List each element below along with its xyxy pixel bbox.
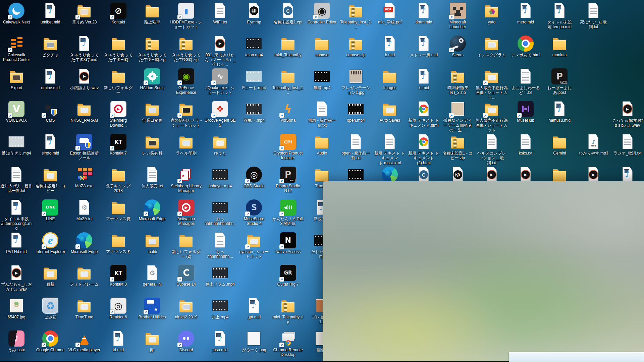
desktop-icon[interactable]: Auto Saves <box>374 101 406 123</box>
desktop-icon[interactable]: jijii <box>136 330 168 352</box>
desktop-icon[interactable]: 通知うぜえ.mp4 <box>0 134 33 156</box>
desktop-icon[interactable]: Telepathy_Inst_2... <box>340 3 372 29</box>
desktop-icon[interactable]: ohhayo-.mp4 <box>204 167 236 188</box>
desktop-icon[interactable]: ▮↗HDDFMT.exe - ショートカット <box>170 3 202 29</box>
desktop-icon[interactable]: 死にたい_ゅ歌詞.txt <box>577 3 609 29</box>
desktop-icon[interactable]: ピクチャ <box>34 36 66 57</box>
desktop-icon[interactable]: Audio <box>306 134 338 156</box>
desktop-icon[interactable]: open.mp4 <box>340 101 372 123</box>
desktop-icon[interactable]: ksks.txt <box>509 134 542 156</box>
desktop-icon[interactable]: WIFI.txt <box>204 3 236 24</box>
desktop-icon[interactable]: Images <box>374 68 406 90</box>
desktop-icon[interactable]: ◎↗Reaktor 6 <box>102 298 135 319</box>
desktop-icon[interactable]: NKSC_PARAM <box>68 101 100 123</box>
blurred-foreground-window[interactable] <box>323 181 644 362</box>
desktop-icon[interactable]: maniuta <box>543 36 576 57</box>
desktop-icon[interactable]: ★↗Brother Utilities <box>136 298 168 319</box>
desktop-icon[interactable]: C名称未設定1.cpr <box>272 3 304 24</box>
desktop-icon[interactable]: CPI↗Crypton Product Installer <box>272 134 304 160</box>
desktop-icon[interactable]: KT↗Kontakt 7 <box>102 134 135 156</box>
desktop-icon[interactable]: ▶こってゅhdすおf d s bふぉ.wav <box>611 101 644 127</box>
desktop-icon[interactable]: 路上駐車 <box>136 3 168 24</box>
desktop-icon[interactable]: ♪わかりやす.mp3 <box>577 134 609 156</box>
desktop-icon[interactable]: teion.mp4 <box>238 36 270 57</box>
desktop-icon[interactable]: 無題 - 親作品一覧.txt <box>306 101 338 127</box>
desktop-icon[interactable]: ◉↗CMS <box>34 101 66 123</box>
desktop-icon[interactable]: ゆF.ymmp <box>238 3 270 24</box>
desktop-icon[interactable]: cubase.zip <box>340 36 372 57</box>
desktop-icon[interactable]: おっ hhhhhhhhhh... <box>204 232 236 259</box>
desktop-icon[interactable]: ♻ごみ箱 <box>34 298 66 319</box>
desktop-icon[interactable]: 新規 テキスト ドキュメント.musicxml <box>374 134 406 165</box>
desktop-icon[interactable]: ↗Epson 接続診断ツール <box>68 134 100 160</box>
desktop-icon[interactable]: ▶小銭詰まり.wav <box>68 68 100 90</box>
bottom-right-window-edge[interactable] <box>509 352 644 362</box>
desktop-icon[interactable]: アナウンス夏 <box>102 199 135 221</box>
desktop-icon[interactable]: ↗無人販売不正行為画像 - ショートカッ... <box>476 68 508 100</box>
desktop-icon[interactable]: TimeTune <box>68 298 100 319</box>
desktop-icon[interactable]: S↗MuseScore Studio 4 <box>238 199 270 226</box>
desktop-icon[interactable]: アナウンス冬 <box>102 232 135 254</box>
desktop-icon[interactable]: 最新 <box>34 265 66 287</box>
desktop-icon[interactable]: ♪mero.mid <box>509 3 542 24</box>
desktop-icon[interactable]: ▶001_東北きりたん（ノーマル）_今じゃ... <box>204 36 236 67</box>
desktop-icon[interactable]: ▶↗Steinberg Downlo... <box>102 101 135 127</box>
desktop-icon[interactable]: まにまにわーるど！.txt <box>509 68 542 95</box>
desktop-icon[interactable]: フォトフレーム <box>68 265 100 287</box>
desktop-icon[interactable]: ↗Steam <box>442 36 474 57</box>
desktop-icon[interactable]: ◉↗GeForce Experience <box>170 68 202 95</box>
desktop-icon[interactable]: ▶ずんだもん_しおかぜふ.wav <box>0 265 33 291</box>
desktop-icon[interactable]: おっ hhhhhhhhhhhhh... <box>204 199 236 231</box>
desktop-icon[interactable]: ❖↗Groove Agent SE 5 <box>204 101 236 127</box>
desktop-icon[interactable]: midi_Telepathy.zip <box>272 298 304 324</box>
desktop-icon[interactable]: midi_Telepathy <box>272 36 304 57</box>
desktop-icon[interactable]: C↗Cubase 14 <box>170 265 202 287</box>
desktop-icon[interactable]: ♪メドレー風.mid <box>408 36 440 57</box>
desktop-icon[interactable]: ♪umibet.mid <box>34 3 66 24</box>
desktop-icon[interactable]: 営業日変更 <box>136 101 168 123</box>
desktop-icon[interactable]: e↗Internet Explorer <box>34 232 66 254</box>
desktop-icon[interactable]: 名称未設定1 - コピー <box>34 167 66 193</box>
desktop-icon[interactable]: ♪gpt.mid <box>238 298 270 319</box>
desktop-icon[interactable]: 新規 テキスト ドキュメント.html <box>408 101 440 127</box>
desktop-icon[interactable]: 井上.mp4 <box>204 298 236 319</box>
desktop-icon[interactable]: ↗Discord <box>170 330 202 352</box>
desktop-icon[interactable]: ↗MuseHub <box>509 101 542 123</box>
desktop-icon[interactable]: Export <box>0 68 33 90</box>
desktop-icon[interactable]: 調声練習(失敗)_3.zip <box>442 68 474 95</box>
desktop-icon[interactable]: ↗Cakewalk Next <box>0 3 33 24</box>
desktop-icon[interactable]: 65407.jpg <box>0 298 33 319</box>
desktop-icon[interactable]: ↗Microsoft Edge <box>68 232 100 254</box>
desktop-icon[interactable]: 無題.mp4 <box>306 68 338 90</box>
desktop-icon[interactable]: ♪umibe.mid <box>34 68 66 90</box>
desktop-icon[interactable]: ♪sirofo.mid <box>34 134 66 156</box>
desktop-icon[interactable]: LINE↗LINE <box>34 199 66 221</box>
desktop-icon[interactable]: レジ袋有料 <box>136 134 168 156</box>
desktop-icon[interactable]: ラベル印刷 <box>170 134 202 156</box>
desktop-icon[interactable]: ↗Minecraft Launcher <box>442 3 474 29</box>
desktop-icon[interactable]: N↗Native Access <box>272 232 304 254</box>
desktop-icon[interactable]: きゅうり食ってた午後3時.zip <box>170 36 202 62</box>
desktop-icon[interactable]: PNT2↗Piapro Studio NT2 <box>272 167 304 193</box>
desktop-icon[interactable]: GR↗Guitar Rig 7 <box>272 265 304 287</box>
desktop-icon[interactable]: ⚙general.ini <box>136 265 168 287</box>
desktop-icon[interactable]: ↗HALion Sonic <box>136 68 168 90</box>
desktop-icon[interactable]: ♪hamusu.mid <box>543 101 576 123</box>
desktop-icon[interactable]: ↗無人販売不正行為画像 - ショートカット <box>476 101 508 132</box>
desktop[interactable]: ↗Cakewalk Next♪umibet.mid↗筆まめ Ver.28⊘↗Ko… <box>0 0 644 362</box>
desktop-icon[interactable]: ↗筆まめ Ver.28 <box>68 3 100 24</box>
desktop-icon[interactable]: 名称未設定1 - コピー.zip <box>442 134 474 160</box>
desktop-icon[interactable]: ♪PVTNd.mid <box>0 232 33 254</box>
desktop-icon[interactable]: Gemini <box>543 134 576 156</box>
desktop-icon[interactable]: open - 親作品一覧.txt <box>340 134 372 160</box>
desktop-icon[interactable]: 新規 テキスト ドキュメント (2).html <box>408 134 440 165</box>
desktop-icon[interactable]: yuto <box>476 3 508 24</box>
desktop-icon[interactable]: ♪td.mid <box>102 330 135 352</box>
desktop-icon[interactable]: ◎↗OBS Studio <box>238 167 270 188</box>
desktop-icon[interactable]: ↗Chrome Remote Desktop <box>272 330 304 357</box>
desktop-icon[interactable]: ゆうと <box>204 134 236 156</box>
desktop-icon[interactable]: KT↗Kontakt 8 <box>102 265 135 287</box>
desktop-icon[interactable]: きゅうり食ってた午後三時.zip <box>136 36 168 62</box>
desktop-icon[interactable]: ラジオ_歌詞.txt <box>611 134 644 156</box>
desktop-icon[interactable]: 羽尻へ.mp4 <box>238 101 270 123</box>
